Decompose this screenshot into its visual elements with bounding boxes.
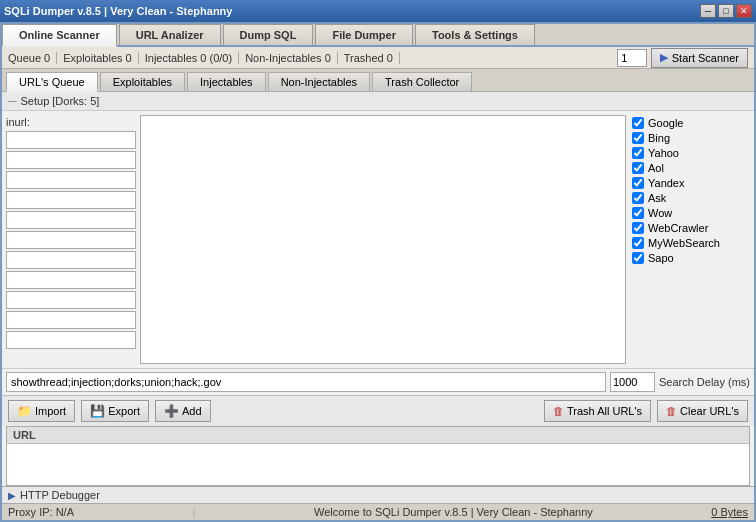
dork-input-6[interactable] [6, 231, 136, 249]
engine-aol: Aol [632, 162, 748, 174]
export-button[interactable]: 💾 Export [81, 400, 149, 422]
expand-icon: ▶ [8, 490, 16, 501]
status-trashed: Trashed 0 [344, 52, 400, 64]
dork-label: inurl: [6, 115, 136, 129]
engine-ask: Ask [632, 192, 748, 204]
middle-panel [140, 115, 626, 364]
window-controls[interactable]: ─ □ ✕ [700, 4, 752, 18]
dork-input-1[interactable] [6, 131, 136, 149]
setup-header-label: Setup [Dorks: 5] [21, 95, 100, 107]
tab-trash-collector[interactable]: Trash Collector [372, 72, 472, 91]
folder-icon: 📁 [17, 404, 32, 418]
tab-exploitables[interactable]: Exploitables [100, 72, 185, 91]
engine-wow: Wow [632, 207, 748, 219]
status-injectables: Injectables 0 (0/0) [145, 52, 239, 64]
engine-yahoo-label: Yahoo [648, 147, 679, 159]
status-exploitables: Exploitables 0 [63, 52, 139, 64]
engine-bing-label: Bing [648, 132, 670, 144]
engine-yahoo-checkbox[interactable] [632, 147, 644, 159]
add-button[interactable]: ➕ Add [155, 400, 211, 422]
footer-status: Proxy IP: N/A | Welcome to SQLi Dumper v… [2, 503, 754, 520]
start-scanner-button[interactable]: ▶ Start Scanner [651, 48, 748, 68]
engine-webcrawler-checkbox[interactable] [632, 222, 644, 234]
engine-sapo: Sapo [632, 252, 748, 264]
engine-ask-checkbox[interactable] [632, 192, 644, 204]
engine-wow-checkbox[interactable] [632, 207, 644, 219]
main-window: Online Scanner URL Analizer Dump SQL Fil… [0, 22, 756, 522]
welcome-label: Welcome to SQLi Dumper v.8.5 | Very Clea… [314, 506, 593, 518]
setup-header: ─ Setup [Dorks: 5] [2, 92, 754, 111]
search-row: Search Delay (ms) [2, 368, 754, 395]
url-table-header: URL [7, 427, 749, 444]
dork-input-11[interactable] [6, 331, 136, 349]
nav-tabs: Online Scanner URL Analizer Dump SQL Fil… [2, 24, 754, 47]
engine-yandex-checkbox[interactable] [632, 177, 644, 189]
tab-url-analizer[interactable]: URL Analizer [119, 24, 221, 45]
engine-mywebsearch: MyWebSearch [632, 237, 748, 249]
close-button[interactable]: ✕ [736, 4, 752, 18]
engine-bing: Bing [632, 132, 748, 144]
engine-webcrawler: WebCrawler [632, 222, 748, 234]
engine-google-label: Google [648, 117, 683, 129]
http-debugger-section[interactable]: ▶ HTTP Debugger [2, 486, 754, 503]
titlebar: SQLi Dumper v.8.5 | Very Clean - Stephan… [0, 0, 756, 22]
engine-yahoo: Yahoo [632, 147, 748, 159]
start-icon: ▶ [660, 51, 668, 64]
dork-input-10[interactable] [6, 311, 136, 329]
dork-input-8[interactable] [6, 271, 136, 289]
trash-all-button[interactable]: 🗑 Trash All URL's [544, 400, 651, 422]
dork-input-7[interactable] [6, 251, 136, 269]
maximize-button[interactable]: □ [718, 4, 734, 18]
setup-section: ─ Setup [Dorks: 5] inurl: [2, 92, 754, 395]
window-title: SQLi Dumper v.8.5 | Very Clean - Stephan… [4, 5, 232, 17]
dork-input-9[interactable] [6, 291, 136, 309]
dorks-panel: inurl: [6, 115, 136, 364]
minimize-button[interactable]: ─ [700, 4, 716, 18]
import-button[interactable]: 📁 Import [8, 400, 75, 422]
tab-tools-settings[interactable]: Tools & Settings [415, 24, 535, 45]
url-table: URL [6, 426, 750, 486]
clear-icon: 🗑 [666, 405, 677, 417]
search-input[interactable] [6, 372, 606, 392]
bytes-label: 0 Bytes [711, 506, 748, 518]
tab-urls-queue[interactable]: URL's Queue [6, 72, 98, 92]
status-non-injectables: Non-Injectables 0 [245, 52, 338, 64]
engine-aol-label: Aol [648, 162, 664, 174]
dork-input-2[interactable] [6, 151, 136, 169]
proxy-label: Proxy IP: N/A [8, 506, 74, 518]
engine-yandex: Yandex [632, 177, 748, 189]
engine-google: Google [632, 117, 748, 129]
engine-sapo-label: Sapo [648, 252, 674, 264]
dork-input-5[interactable] [6, 211, 136, 229]
engine-bing-checkbox[interactable] [632, 132, 644, 144]
engine-sapo-checkbox[interactable] [632, 252, 644, 264]
delay-input[interactable] [610, 372, 655, 392]
dork-input-4[interactable] [6, 191, 136, 209]
clear-url-button[interactable]: 🗑 Clear URL's [657, 400, 748, 422]
engine-mywebsearch-label: MyWebSearch [648, 237, 720, 249]
status-queue: Queue 0 [8, 52, 57, 64]
engine-ask-label: Ask [648, 192, 666, 204]
scanner-count-input[interactable] [617, 49, 647, 67]
engine-wow-label: Wow [648, 207, 672, 219]
engine-yandex-label: Yandex [648, 177, 685, 189]
engine-google-checkbox[interactable] [632, 117, 644, 129]
http-debugger-label: HTTP Debugger [20, 489, 100, 501]
dork-input-3[interactable] [6, 171, 136, 189]
engine-aol-checkbox[interactable] [632, 162, 644, 174]
scanner-controls: ▶ Start Scanner [617, 48, 748, 68]
tab-injectables[interactable]: Injectables [187, 72, 266, 91]
tab-online-scanner[interactable]: Online Scanner [2, 24, 117, 47]
export-icon: 💾 [90, 404, 105, 418]
add-icon: ➕ [164, 404, 179, 418]
tab-non-injectables[interactable]: Non-Injectables [268, 72, 370, 91]
tab-dump-sql[interactable]: Dump SQL [223, 24, 314, 45]
dorks-textarea[interactable] [140, 115, 626, 364]
trash-icon: 🗑 [553, 405, 564, 417]
tab-file-dumper[interactable]: File Dumper [315, 24, 413, 45]
status-bar: Queue 0 Exploitables 0 Injectables 0 (0/… [2, 47, 754, 69]
collapse-icon[interactable]: ─ [8, 94, 17, 108]
engines-panel: Google Bing Yahoo Aol Yandex [630, 115, 750, 364]
delay-label: Search Delay (ms) [659, 376, 750, 388]
engine-mywebsearch-checkbox[interactable] [632, 237, 644, 249]
